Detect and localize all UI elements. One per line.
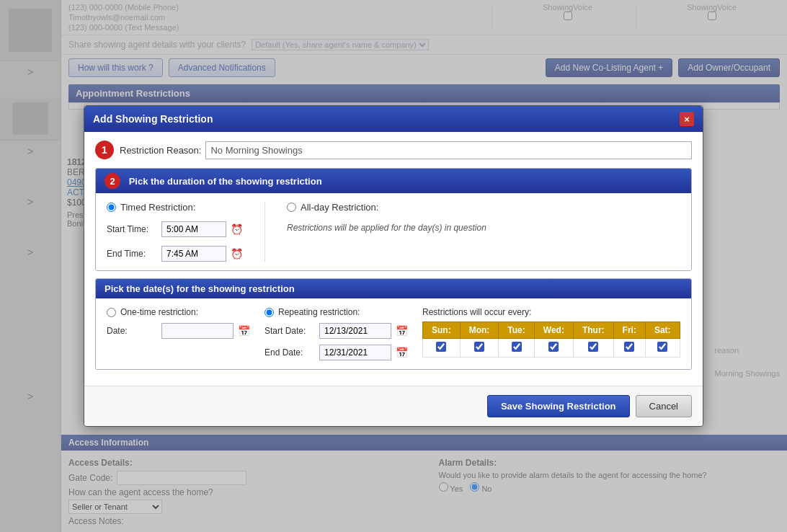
end-date-row: End Date: 📅	[264, 345, 408, 360]
one-time-label[interactable]: One-time restriction:	[120, 307, 198, 317]
day-check-tue[interactable]	[512, 342, 522, 352]
save-showing-restriction-button[interactable]: Save Showing Restriction	[487, 395, 630, 417]
end-date-input[interactable]	[319, 345, 391, 360]
day-header-thur: Thur:	[573, 322, 613, 339]
timed-restriction-radio-item: Timed Restriction:	[107, 202, 243, 213]
timed-restriction-radio[interactable]	[107, 203, 116, 212]
day-check-mon[interactable]	[474, 342, 484, 352]
date-section-header: Pick the date(s) for the showing restric…	[96, 279, 691, 298]
day-header-fri: Fri:	[613, 322, 645, 339]
duration-radio-row: Timed Restriction: Start Time: ⏰ End Tim…	[107, 202, 680, 262]
start-date-row: Start Date: 📅	[264, 323, 408, 339]
start-time-clock-icon[interactable]: ⏰	[231, 223, 243, 235]
start-date-input[interactable]	[319, 323, 391, 339]
start-time-row: Start Time: ⏰	[107, 221, 243, 237]
restriction-reason-row: 1 Restriction Reason:	[95, 141, 692, 159]
all-day-note: Restrictions will be applied for the day…	[287, 223, 486, 233]
repeating-radio-item: Repeating restriction:	[264, 307, 408, 317]
days-section: Restrictions will occur every: Sun: Mon:…	[422, 307, 680, 358]
day-check-sun[interactable]	[436, 342, 446, 352]
start-time-label: Start Time:	[107, 224, 157, 234]
end-date-label: End Date:	[264, 347, 315, 358]
day-check-fri[interactable]	[624, 342, 634, 352]
one-time-date-label: Date:	[107, 326, 157, 336]
recur-label: Restrictions will occur every:	[422, 307, 680, 317]
date-section: Pick the date(s) for the showing restric…	[95, 278, 692, 370]
start-date-cal-icon[interactable]: 📅	[396, 325, 408, 337]
step1-badge: 1	[95, 141, 114, 159]
date-section-title: Pick the date(s) for the showing restric…	[105, 283, 295, 294]
timed-restriction-label[interactable]: Timed Restriction:	[120, 202, 195, 213]
modal-body: 1 Restriction Reason: 2 Pick the duratio…	[84, 132, 703, 386]
duration-divider	[264, 202, 265, 262]
duration-section-title: Pick the duration of the showing restric…	[129, 176, 322, 187]
one-time-date-input[interactable]	[161, 323, 234, 339]
one-time-cal-icon[interactable]: 📅	[238, 325, 250, 337]
days-table: Sun: Mon: Tue: Wed: Thur: Fri: Sat:	[422, 322, 680, 358]
duration-section-body: Timed Restriction: Start Time: ⏰ End Tim…	[96, 193, 691, 270]
cancel-button[interactable]: Cancel	[636, 395, 692, 417]
day-check-wed[interactable]	[548, 342, 559, 352]
modal-title: Add Showing Restriction	[93, 113, 213, 125]
date-section-body: One-time restriction: Date: 📅	[96, 298, 691, 369]
end-time-row: End Time: ⏰	[107, 246, 243, 262]
one-time-radio[interactable]	[107, 308, 116, 317]
add-showing-restriction-modal: Add Showing Restriction × 1 Restriction …	[84, 105, 703, 427]
all-day-col: All-day Restriction: Restrictions will b…	[287, 202, 486, 233]
all-day-label[interactable]: All-day Restriction:	[301, 202, 378, 213]
timed-restriction-col: Timed Restriction: Start Time: ⏰ End Tim…	[107, 202, 243, 262]
step2-badge: 2	[105, 173, 120, 189]
end-time-label: End Time:	[107, 249, 157, 259]
end-time-input[interactable]	[161, 246, 226, 262]
modal-footer: Save Showing Restriction Cancel	[84, 386, 703, 426]
all-day-radio[interactable]	[287, 203, 296, 212]
day-header-sat: Sat:	[645, 322, 680, 339]
repeating-col: Repeating restriction: Start Date: 📅 End…	[264, 307, 408, 360]
repeating-radio[interactable]	[264, 308, 274, 317]
start-date-label: Start Date:	[264, 326, 315, 336]
start-time-input[interactable]	[161, 221, 226, 237]
day-header-wed: Wed:	[534, 322, 573, 339]
one-time-date-row: Date: 📅	[107, 323, 250, 339]
day-header-mon: Mon:	[460, 322, 499, 339]
day-check-thur[interactable]	[588, 342, 598, 352]
duration-section: 2 Pick the duration of the showing restr…	[95, 168, 692, 271]
one-time-col: One-time restriction: Date: 📅	[107, 307, 250, 339]
day-header-tue: Tue:	[499, 322, 534, 339]
duration-section-header: 2 Pick the duration of the showing restr…	[96, 169, 691, 193]
day-check-sat[interactable]	[657, 342, 667, 352]
reason-label: Restriction Reason:	[120, 145, 201, 156]
one-time-radio-item: One-time restriction:	[107, 307, 250, 317]
end-date-cal-icon[interactable]: 📅	[396, 347, 408, 358]
all-day-radio-item: All-day Restriction:	[287, 202, 486, 213]
restriction-reason-input[interactable]	[205, 141, 692, 159]
end-time-clock-icon[interactable]: ⏰	[231, 248, 243, 260]
modal-close-button[interactable]: ×	[680, 112, 694, 126]
repeating-label[interactable]: Repeating restriction:	[278, 307, 360, 317]
date-inner-body: One-time restriction: Date: 📅	[107, 307, 680, 360]
modal-overlay: Add Showing Restriction × 1 Restriction …	[0, 0, 787, 532]
modal-title-bar: Add Showing Restriction ×	[84, 106, 703, 132]
day-header-sun: Sun:	[423, 322, 461, 339]
